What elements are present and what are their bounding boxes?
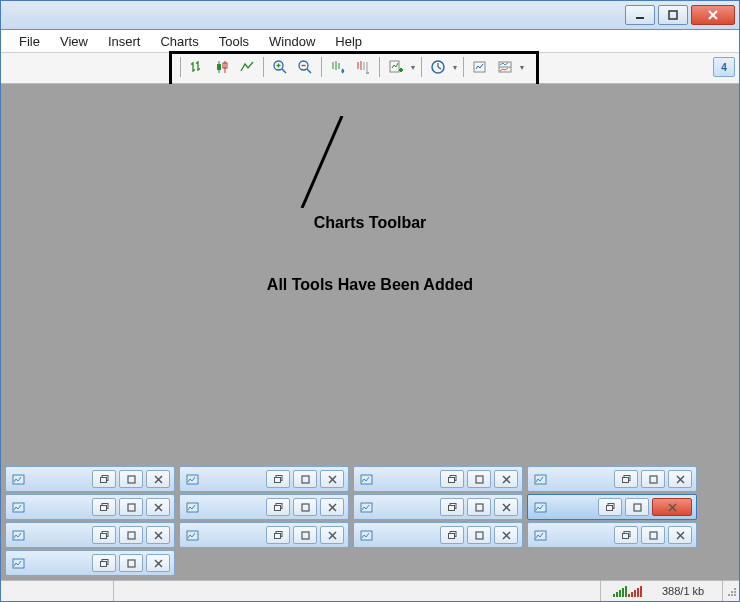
toolbar-separator <box>421 57 422 77</box>
child-close-button[interactable] <box>494 470 518 488</box>
child-close-button[interactable] <box>494 498 518 516</box>
auto-scroll-button[interactable] <box>326 55 350 79</box>
chart-properties-button[interactable] <box>493 55 517 79</box>
child-restore-button[interactable] <box>266 470 290 488</box>
annotation-label-all-tools: All Tools Have Been Added <box>1 276 739 294</box>
child-maximize-button[interactable] <box>293 526 317 544</box>
minimized-chart-window[interactable] <box>5 550 175 576</box>
indicators-button[interactable] <box>384 55 408 79</box>
svg-point-112 <box>731 591 733 593</box>
dropdown-icon[interactable]: ▾ <box>451 63 459 72</box>
child-close-button[interactable] <box>668 470 692 488</box>
resize-grip-icon[interactable] <box>723 585 739 597</box>
child-restore-button[interactable] <box>92 554 116 572</box>
child-close-button[interactable] <box>146 470 170 488</box>
svg-line-29 <box>302 116 342 208</box>
titlebar <box>1 1 739 30</box>
svg-rect-42 <box>187 531 198 540</box>
minimized-chart-window[interactable] <box>179 494 349 520</box>
chart-icon <box>358 471 374 487</box>
menu-window[interactable]: Window <box>259 32 325 51</box>
menu-file[interactable]: File <box>9 32 50 51</box>
child-maximize-button[interactable] <box>119 470 143 488</box>
child-restore-button[interactable] <box>266 498 290 516</box>
traffic-text: 388/1 kb <box>656 581 723 601</box>
child-restore-button[interactable] <box>266 526 290 544</box>
dropdown-icon[interactable]: ▾ <box>409 63 417 72</box>
child-restore-button[interactable] <box>614 526 638 544</box>
child-restore-button[interactable] <box>92 498 116 516</box>
child-close-button[interactable] <box>146 526 170 544</box>
child-restore-button[interactable] <box>440 498 464 516</box>
candlestick-button[interactable] <box>210 55 234 79</box>
child-maximize-button[interactable] <box>641 526 665 544</box>
minimized-chart-window[interactable] <box>5 466 175 492</box>
child-restore-button[interactable] <box>614 470 638 488</box>
menu-charts[interactable]: Charts <box>150 32 208 51</box>
svg-rect-68 <box>274 505 280 510</box>
menu-view[interactable]: View <box>50 32 98 51</box>
child-close-button[interactable] <box>652 498 692 516</box>
zoom-in-button[interactable] <box>268 55 292 79</box>
minimized-window-row <box>5 494 697 520</box>
maximize-button[interactable] <box>658 5 688 25</box>
child-maximize-button[interactable] <box>467 498 491 516</box>
minimized-chart-window[interactable] <box>353 466 523 492</box>
child-close-button[interactable] <box>320 470 344 488</box>
minimize-button[interactable] <box>625 5 655 25</box>
child-maximize-button[interactable] <box>467 526 491 544</box>
svg-rect-39 <box>128 532 135 539</box>
zoom-out-button[interactable] <box>293 55 317 79</box>
svg-rect-99 <box>476 476 483 483</box>
chart-icon <box>10 555 26 571</box>
chart-icon <box>184 527 200 543</box>
dropdown-icon[interactable]: ▾ <box>518 63 526 72</box>
child-maximize-button[interactable] <box>119 526 143 544</box>
child-restore-button[interactable] <box>598 498 622 516</box>
chart-shift-button[interactable] <box>351 55 375 79</box>
minimized-window-row <box>5 466 697 492</box>
minimized-chart-window[interactable] <box>5 494 175 520</box>
minimized-chart-window[interactable] <box>527 494 697 520</box>
minimized-chart-window[interactable] <box>527 522 697 548</box>
menu-insert[interactable]: Insert <box>98 32 151 51</box>
child-maximize-button[interactable] <box>625 498 649 516</box>
templates-button[interactable] <box>468 55 492 79</box>
child-close-button[interactable] <box>494 526 518 544</box>
child-close-button[interactable] <box>146 498 170 516</box>
periods-button[interactable] <box>426 55 450 79</box>
minimized-chart-window[interactable] <box>179 466 349 492</box>
child-maximize-button[interactable] <box>293 470 317 488</box>
child-maximize-button[interactable] <box>641 470 665 488</box>
child-maximize-button[interactable] <box>119 498 143 516</box>
svg-rect-45 <box>302 532 309 539</box>
svg-rect-87 <box>128 476 135 483</box>
close-button[interactable] <box>691 5 735 25</box>
chart-icon <box>10 527 26 543</box>
svg-line-25 <box>438 67 441 69</box>
child-close-button[interactable] <box>668 526 692 544</box>
child-restore-button[interactable] <box>440 526 464 544</box>
child-maximize-button[interactable] <box>119 554 143 572</box>
child-close-button[interactable] <box>320 526 344 544</box>
child-restore-button[interactable] <box>92 526 116 544</box>
child-close-button[interactable] <box>320 498 344 516</box>
alerts-badge[interactable]: 4 <box>713 57 735 77</box>
svg-rect-50 <box>448 533 454 538</box>
minimized-chart-window[interactable] <box>179 522 349 548</box>
menu-help[interactable]: Help <box>325 32 372 51</box>
minimized-chart-window[interactable] <box>527 466 697 492</box>
svg-rect-80 <box>606 505 612 510</box>
minimized-chart-window[interactable] <box>353 494 523 520</box>
child-restore-button[interactable] <box>440 470 464 488</box>
minimized-chart-window[interactable] <box>5 522 175 548</box>
child-maximize-button[interactable] <box>293 498 317 516</box>
bar-chart-button[interactable] <box>185 55 209 79</box>
menu-tools[interactable]: Tools <box>209 32 259 51</box>
minimized-chart-window[interactable] <box>353 522 523 548</box>
line-chart-button[interactable] <box>235 55 259 79</box>
child-restore-button[interactable] <box>92 470 116 488</box>
child-maximize-button[interactable] <box>467 470 491 488</box>
child-close-button[interactable] <box>146 554 170 572</box>
svg-rect-98 <box>448 477 454 482</box>
